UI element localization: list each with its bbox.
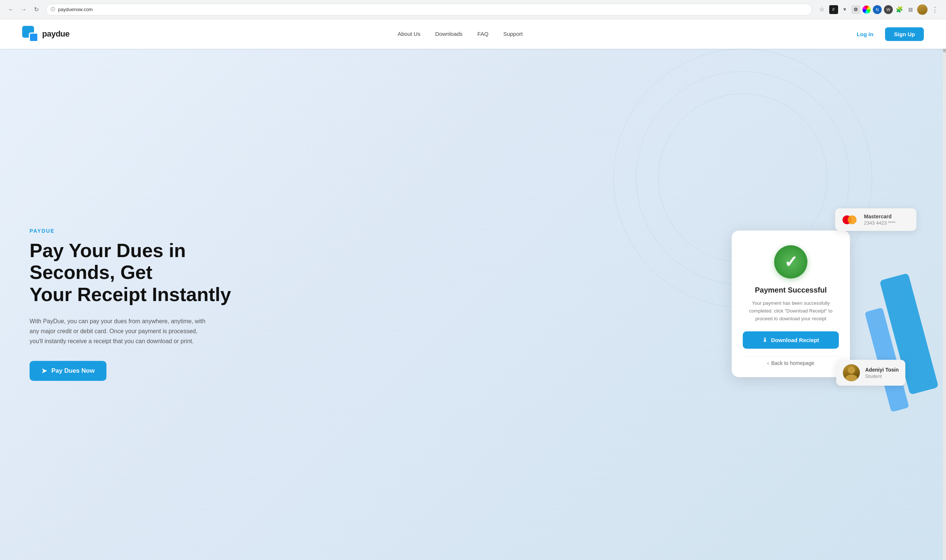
ext-color[interactable] [863, 6, 871, 14]
ext-puzzle[interactable]: 🧩 [895, 5, 904, 14]
payment-success-card: ✓ Payment Successful Your payment has be… [732, 231, 850, 377]
hero-title: Pay Your Dues in Seconds, Get Your Recei… [29, 240, 233, 306]
nav-faq[interactable]: FAQ [478, 31, 488, 37]
hero-section: PAYDUE Pay Your Dues in Seconds, Get You… [0, 49, 946, 560]
browser-nav-buttons: ← → ↻ [6, 5, 42, 15]
send-icon: ➤ [42, 367, 47, 375]
checkmark-icon: ✓ [784, 254, 798, 270]
mastercard-logo [843, 214, 859, 225]
nav-links: About Us Downloads FAQ Support [398, 31, 522, 37]
payment-title: Payment Successful [743, 286, 839, 294]
logo-area[interactable]: paydue [22, 26, 69, 42]
card-number: 2343 4423 **** [864, 220, 895, 226]
back-button[interactable]: ← [6, 5, 16, 15]
reload-button[interactable]: ↻ [31, 5, 42, 15]
nav-support[interactable]: Support [503, 31, 523, 37]
nav-auth: Log in Sign Up [850, 27, 924, 41]
ext-wp[interactable]: W [884, 5, 893, 14]
bookmark-button[interactable]: ☆ [817, 5, 827, 15]
user-name: Adeniyi Tosin [865, 367, 899, 373]
hero-content: PAYDUE Pay Your Dues in Seconds, Get You… [29, 228, 233, 381]
user-profile-card: Adeniyi Tosin Student [836, 360, 905, 386]
nav-downloads[interactable]: Downloads [435, 31, 463, 37]
user-info: Adeniyi Tosin Student [865, 367, 899, 379]
avatar-image [843, 364, 860, 381]
browser-actions: ☆ F ▼ ⚙ N W 🧩 ▨ ⋮ [817, 5, 940, 15]
scrollbar[interactable] [943, 19, 946, 560]
nav-about[interactable]: About Us [398, 31, 421, 37]
address-bar[interactable]: ⓘ payduenow.com [46, 4, 812, 15]
download-receipt-button[interactable]: ⇓ Download Reciept [743, 331, 839, 349]
ext-sidebar[interactable]: ▨ [906, 5, 915, 14]
avatar-head [848, 366, 855, 374]
user-avatar-browser[interactable] [917, 5, 928, 15]
ext-gear[interactable]: ⚙ [851, 5, 860, 14]
ext-triangle[interactable]: ▼ [840, 5, 849, 14]
avatar-body [846, 375, 857, 381]
browser-chrome: ← → ↻ ⓘ payduenow.com ☆ F ▼ ⚙ N W 🧩 ▨ ⋮ [0, 0, 946, 19]
website: paydue About Us Downloads FAQ Support Lo… [0, 19, 946, 560]
download-icon: ⇓ [762, 337, 767, 343]
card-info: Mastercard 2343 4423 **** [864, 214, 895, 226]
signup-button[interactable]: Sign Up [885, 27, 924, 41]
logo-square-front [29, 32, 39, 42]
security-icon: ⓘ [51, 6, 55, 12]
menu-button[interactable]: ⋮ [930, 5, 940, 15]
back-to-homepage-link[interactable]: ‹ Back to homepage [743, 356, 839, 366]
logo-text: paydue [42, 29, 69, 39]
mastercard-widget: Mastercard 2343 4423 **** [835, 208, 917, 231]
user-role: Student [865, 374, 899, 379]
logo-icon [22, 26, 39, 42]
success-icon: ✓ [774, 245, 807, 278]
hero-right: Mastercard 2343 4423 **** ✓ Payment Succ… [732, 208, 917, 400]
hero-description: With PayDue, you can pay your dues from … [29, 316, 207, 346]
ext-blue-icon[interactable]: N [873, 5, 882, 14]
payment-description: Your payment has been successfully compl… [743, 300, 839, 323]
ext-figma[interactable]: F [829, 5, 838, 14]
navbar: paydue About Us Downloads FAQ Support Lo… [0, 19, 946, 49]
forward-button[interactable]: → [18, 5, 29, 15]
user-avatar [843, 364, 860, 381]
pay-dues-now-button[interactable]: ➤ Pay Dues Now [29, 361, 106, 381]
hero-brand: PAYDUE [29, 228, 233, 234]
url-text: payduenow.com [58, 7, 807, 12]
chevron-left-icon: ‹ [767, 360, 769, 366]
card-name: Mastercard [864, 214, 895, 219]
mc-circle-orange [848, 215, 857, 224]
login-button[interactable]: Log in [850, 28, 879, 40]
